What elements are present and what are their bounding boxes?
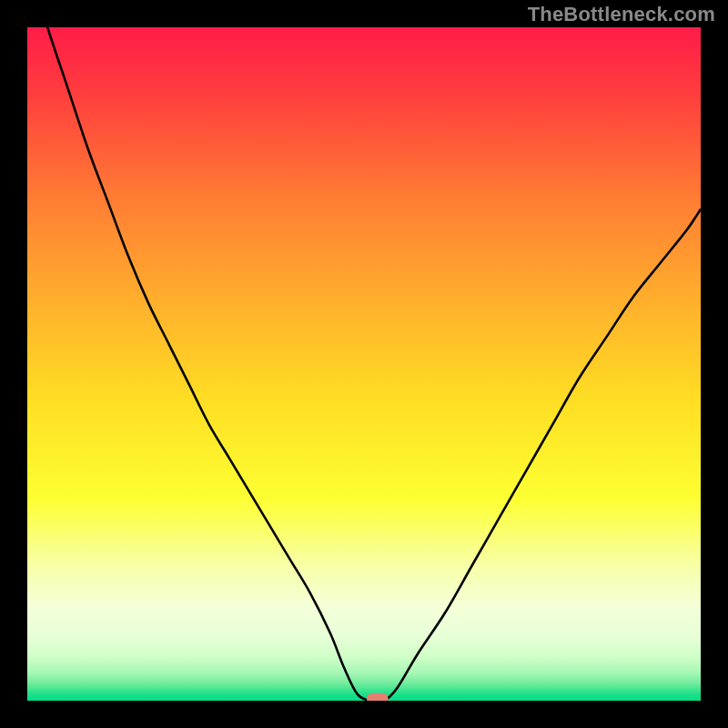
- watermark-text: TheBottleneck.com: [528, 3, 715, 26]
- chart-container: TheBottleneck.com: [0, 0, 728, 728]
- plot-area: [27, 27, 701, 701]
- optimal-point-marker: [367, 693, 389, 701]
- chart-svg: [27, 27, 701, 701]
- chart-background-gradient: [27, 27, 701, 701]
